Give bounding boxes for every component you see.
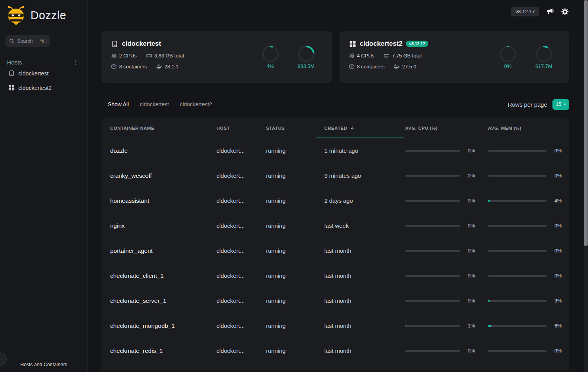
cpu-percent: 0% [468,273,478,279]
table-row-partial [102,363,569,371]
host-cell: cldockert... [216,347,266,354]
column-header-created[interactable]: Created [324,118,405,138]
mem-percent: 0% [554,173,565,179]
cpu-percent: 1% [468,323,478,329]
host-cell: cldockert... [216,297,266,304]
cpu-percent: 0% [468,198,478,204]
memory-icon [384,53,390,59]
filter-cldockertest2[interactable]: cldockertest2 [180,101,212,107]
container-name-cell[interactable]: checkmate_redis_1 [102,347,216,354]
filter-row: Show All cldockertest cldockertest2 Rows… [102,98,569,110]
chevron-down-icon: ▾ [564,102,566,106]
announcements-icon[interactable] [546,7,554,16]
scrollbar-thumb[interactable] [584,0,588,246]
table-row[interactable]: nginx cldockert... running last week 0% … [102,213,569,238]
container-name-cell[interactable]: nginx [102,222,216,229]
host-name: cldockertest [18,70,48,77]
cpu-percent: 0% [468,173,478,179]
column-header-avg-mem[interactable]: Avg. Mem (%) [488,118,569,138]
docker-version: 28.1.1 [156,64,179,70]
cpu-count: 4 CPUs [349,53,375,59]
host-card-cldockertest[interactable]: cldockertest 2 CPUs [102,31,332,83]
created-cell: last week [324,222,405,229]
container-count: 8 containers [349,64,385,70]
column-header-status[interactable]: Status [266,118,324,138]
avg-mem-cell: 0% [488,273,569,279]
cpu-progress-bar [405,250,460,252]
logo[interactable]: Dozzle [5,5,82,26]
created-cell: last month [324,247,405,254]
table-row[interactable]: portainer_agent cldockert... running las… [102,238,569,263]
host-card-cldockertest2[interactable]: cldockertest2 v8.12.17 4 CPUs [340,31,570,83]
container-name-cell[interactable]: checkmate_client_1 [102,272,216,279]
host-swarm-icon [8,84,15,91]
filter-cldockertest[interactable]: cldockertest [140,101,169,107]
filter-show-all[interactable]: Show All [108,101,129,107]
mem-percent: 3% [554,298,565,304]
cpu-percent-label: 0% [504,63,512,69]
created-cell: last month [324,272,405,279]
table-header-row: Container Name Host Status Created Avg. … [102,118,569,138]
container-name-cell[interactable]: cranky_wescoff [102,172,216,179]
host-cell: cldockert... [216,147,266,154]
avg-cpu-cell: 0% [405,273,488,279]
cpu-percent: 0% [468,298,478,304]
settings-gear-icon[interactable] [561,7,569,16]
container-name-cell[interactable]: checkmate_mongodb_1 [102,322,216,329]
column-header-host[interactable]: Host [216,118,266,138]
avg-cpu-cell: 0% [405,173,488,179]
hosts-section-header: Hosts ⋮ [5,59,82,66]
cpu-count: 2 CPUs [111,53,137,59]
table-row[interactable]: homeassistant cldockert... running 2 day… [102,188,569,213]
cpu-progress-bar [405,200,460,202]
column-header-avg-cpu[interactable]: Avg. CPU (%) [405,118,488,138]
created-cell: 1 minute ago [324,147,405,154]
table-row[interactable]: checkmate_client_1 cldockert... running … [102,263,569,288]
container-name-cell[interactable]: homeassistant [102,197,216,204]
created-cell: 9 minutes ago [324,172,405,179]
created-cell: last month [324,322,405,329]
avg-cpu-cell: 0% [405,348,488,354]
host-cell: cldockert... [216,322,266,329]
cpu-percent: 0% [468,148,478,154]
avg-cpu-cell: 0% [405,148,488,154]
cpu-progress-bar [405,225,460,227]
table-row[interactable]: checkmate_redis_1 cldockert... running l… [102,338,569,363]
cpu-progress-bar [405,325,460,327]
avg-mem-cell: 0% [488,348,569,354]
page-scrollbar [584,0,588,372]
hosts-section-title: Hosts [7,59,22,66]
sidebar-item-cldockertest2[interactable]: cldockertest2 [5,81,82,95]
status-cell: running [266,322,324,329]
rows-per-page-select[interactable]: 15 ▾ [552,99,569,110]
host-cards: cldockertest 2 CPUs [102,31,569,83]
avg-cpu-cell: 0% [405,223,488,229]
containers-table: Container Name Host Status Created Avg. … [102,118,569,371]
table-row[interactable]: checkmate_mongodb_1 cldockert... running… [102,313,569,338]
search-button[interactable]: Search ^K [5,35,50,47]
mem-progress-fill [488,200,490,202]
sidebar-item-cldockertest[interactable]: cldockertest [5,66,82,80]
container-name-cell[interactable]: portainer_agent [102,247,216,254]
created-cell: last month [324,297,405,304]
mem-progress-bar [488,275,547,277]
avg-cpu-cell: 0% [405,198,488,204]
table-row[interactable]: cranky_wescoff cldockert... running 9 mi… [102,163,569,188]
sort-descending-arrow-icon [350,125,355,131]
cpu-gauge-block: 0% [499,45,517,69]
table-row[interactable]: checkmate_server_1 cldockert... running … [102,288,569,313]
cpu-progress-bar [405,275,460,277]
cpu-gauge [261,45,279,63]
cpu-progress-bar [405,175,460,177]
created-cell: last month [324,347,405,354]
container-name-cell[interactable]: checkmate_server_1 [102,297,216,304]
host-tablet-icon [111,40,118,48]
hosts-menu-icon[interactable]: ⋮ [71,59,80,66]
container-name-cell[interactable]: dozzle [102,147,216,154]
host-cell: cldockert... [216,247,266,254]
version-badge[interactable]: v8.12.17 [511,7,539,16]
table-row[interactable]: dozzle cldockert... running 1 minute ago… [102,138,569,163]
cpu-progress-bar [405,350,460,352]
column-header-container-name[interactable]: Container Name [102,118,216,138]
host-cell: cldockert... [216,172,266,179]
